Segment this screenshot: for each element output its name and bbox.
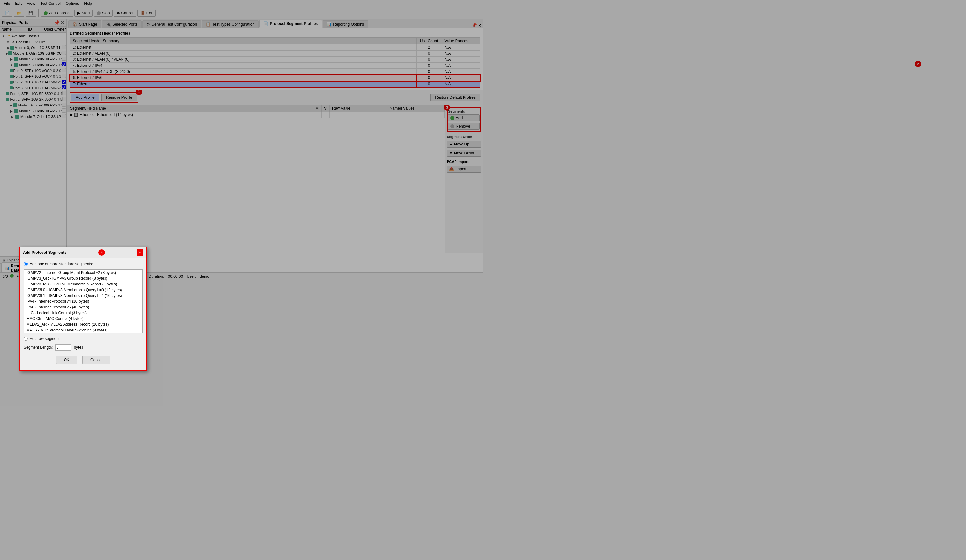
modal-title-bar: Add Protocol Segments 4 ✕: [20, 247, 146, 258]
modal-body: Add one or more standard segments: IGMPV…: [20, 258, 146, 280]
add-protocol-segments-modal: Add Protocol Segments 4 ✕ Add one or mor…: [19, 247, 147, 280]
seg-igmpv2[interactable]: IGMPV2 - Internet Group Mgmt Protocol v2…: [24, 270, 142, 276]
modal-overlay: Add Protocol Segments 4 ✕ Add one or mor…: [0, 0, 483, 280]
modal-radio-group: Add one or more standard segments:: [24, 262, 143, 266]
seg-igmpv3-gr[interactable]: IGMPV3_GR - IGMPv3 Group Record (8 bytes…: [24, 276, 142, 280]
modal-close-button[interactable]: ✕: [137, 249, 143, 256]
radio-standard-label[interactable]: Add one or more standard segments:: [24, 262, 143, 266]
annotation-4-badge: 4: [99, 249, 105, 256]
radio-standard[interactable]: [24, 262, 28, 266]
segment-list[interactable]: IGMPV2 - Internet Group Mgmt Protocol v2…: [24, 269, 143, 280]
modal-title: Add Protocol Segments: [23, 250, 66, 255]
